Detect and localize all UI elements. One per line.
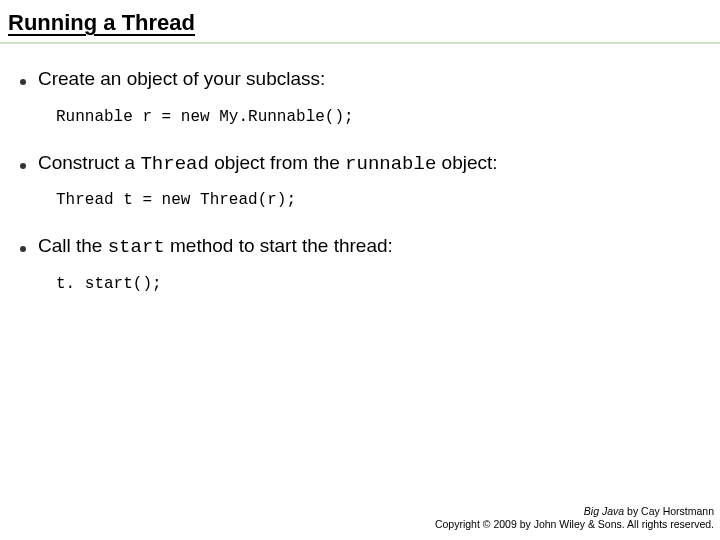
bullet-dot-icon	[20, 163, 26, 169]
bullet-item: Construct a Thread object from the runna…	[20, 150, 700, 178]
code-block: t. start();	[56, 275, 700, 293]
code-block: Runnable r = new My.Runnable();	[56, 108, 700, 126]
footer-attribution: Big Java by Cay Horstmann	[435, 505, 714, 519]
bullet-pre: Construct a	[38, 152, 140, 173]
slide-title: Running a Thread	[0, 0, 720, 44]
slide-footer: Big Java by Cay Horstmann Copyright © 20…	[435, 505, 714, 532]
bullet-text: Create an object of your subclass:	[38, 66, 325, 94]
bullet-code-inline-1: Thread	[140, 153, 208, 175]
bullet-post: object:	[436, 152, 497, 173]
bullet-text: Construct a Thread object from the runna…	[38, 150, 498, 178]
bullet-code-inline-1: start	[108, 236, 165, 258]
bullet-mid: method to start the thread:	[165, 235, 393, 256]
slide-content: Create an object of your subclass: Runna…	[0, 44, 720, 293]
footer-author: by Cay Horstmann	[624, 505, 714, 517]
bullet-pre: Create an object of your subclass:	[38, 68, 325, 89]
bullet-dot-icon	[20, 246, 26, 252]
bullet-text: Call the start method to start the threa…	[38, 233, 393, 261]
bullet-code-inline-2: runnable	[345, 153, 436, 175]
bullet-item: Call the start method to start the threa…	[20, 233, 700, 261]
code-block: Thread t = new Thread(r);	[56, 191, 700, 209]
bullet-pre: Call the	[38, 235, 108, 256]
footer-book-title: Big Java	[584, 505, 624, 517]
footer-copyright: Copyright © 2009 by John Wiley & Sons. A…	[435, 518, 714, 532]
bullet-mid: object from the	[209, 152, 345, 173]
bullet-dot-icon	[20, 79, 26, 85]
bullet-item: Create an object of your subclass:	[20, 66, 700, 94]
